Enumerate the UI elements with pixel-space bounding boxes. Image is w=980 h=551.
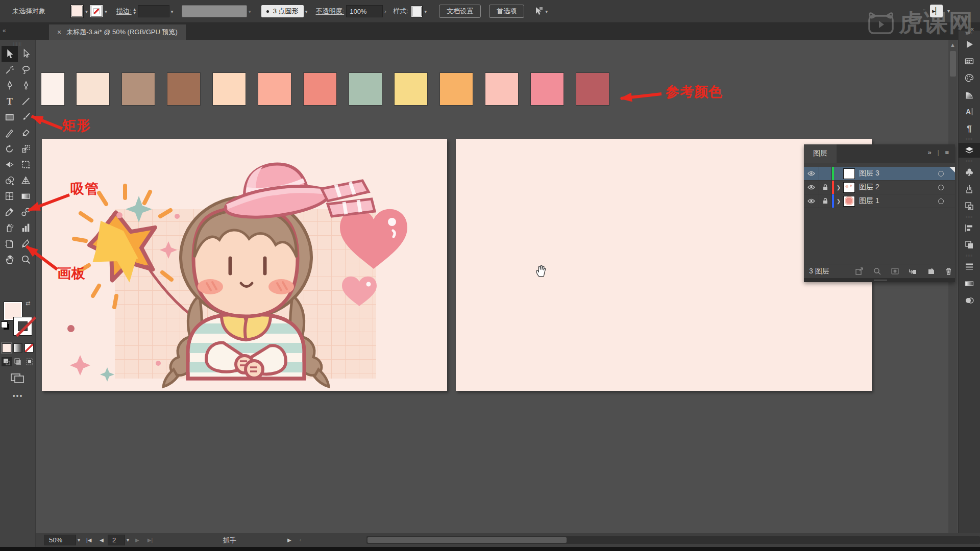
layer-lock-icon[interactable]: [819, 194, 832, 208]
stroke-color-swatch[interactable]: [90, 5, 103, 18]
scroll-up-icon[interactable]: ▲: [950, 42, 955, 48]
curvature-tool[interactable]: [18, 78, 34, 93]
free-transform-tool[interactable]: [18, 157, 34, 172]
perspective-grid-tool[interactable]: [18, 172, 34, 188]
stroke-weight-chevron-icon[interactable]: ▾: [171, 9, 174, 14]
reference-swatch-6[interactable]: [258, 72, 291, 106]
artboard-tool[interactable]: [2, 236, 18, 252]
toolbar-collapse-icon[interactable]: «: [3, 27, 6, 34]
pathfinder-panel-icon[interactable]: [959, 236, 980, 253]
opacity-field[interactable]: 100%: [346, 5, 383, 17]
layer-thumbnail[interactable]: [843, 168, 855, 179]
toolbar-grip[interactable]: ||||||: [0, 42, 35, 46]
zoom-tool[interactable]: [18, 252, 34, 267]
last-page-icon[interactable]: ▶|: [148, 537, 153, 543]
artboards-panel-panel-icon[interactable]: [959, 197, 980, 214]
reference-swatch-4[interactable]: [167, 72, 201, 106]
variable-width-profile-dropdown[interactable]: [182, 5, 247, 17]
none-button[interactable]: [24, 343, 34, 353]
paintbrush-tool[interactable]: [18, 109, 34, 125]
zoom-level-field[interactable]: 50%: [44, 535, 76, 545]
canvas-area[interactable]: [36, 40, 947, 533]
character-panel-icon[interactable]: A: [959, 103, 980, 120]
align-panel-icon[interactable]: [959, 219, 980, 236]
reference-swatch-13[interactable]: [576, 72, 609, 106]
stroke-weight-field[interactable]: [138, 5, 169, 17]
transparency-panel-icon[interactable]: [959, 292, 980, 309]
layers-panel-icon[interactable]: [959, 143, 980, 158]
blend-tool[interactable]: [18, 204, 34, 220]
layer-expand-icon[interactable]: ❯: [834, 185, 843, 190]
width-tool[interactable]: [2, 157, 18, 172]
reference-swatch-9[interactable]: [394, 72, 428, 106]
brushes-panel-icon[interactable]: [959, 181, 980, 197]
page-number-field[interactable]: 2: [108, 535, 125, 545]
fill-color-swatch[interactable]: [70, 5, 84, 18]
eyedropper-tool[interactable]: [2, 204, 18, 220]
scale-tool[interactable]: [18, 141, 34, 157]
layer-target-icon[interactable]: [938, 171, 944, 177]
document-tab[interactable]: × 未标题-3.ai* @ 50% (RGB/GPU 预览): [49, 24, 186, 40]
stroke-stepper[interactable]: ▲▼: [133, 8, 137, 15]
column-graph-tool[interactable]: [18, 220, 34, 236]
draw-normal-mode[interactable]: [2, 357, 12, 366]
layer-name[interactable]: 图层 1: [859, 196, 938, 206]
layer-name[interactable]: 图层 3: [859, 169, 938, 178]
paragraph-panel-icon[interactable]: ¶: [959, 120, 980, 137]
prev-page-icon[interactable]: ◀: [100, 537, 104, 543]
style-swatch[interactable]: [411, 6, 423, 17]
reference-swatch-1[interactable]: [41, 72, 65, 106]
brush-preset-button[interactable]: 3 点圆形: [261, 5, 304, 17]
panel-collapse-icon[interactable]: »: [928, 148, 934, 156]
reference-swatch-5[interactable]: [212, 72, 246, 106]
layer-lock-icon[interactable]: [819, 181, 832, 194]
panel-menu-icon[interactable]: ≡: [945, 148, 951, 156]
zoom-chevron-icon[interactable]: ▾: [78, 537, 80, 543]
reference-swatch-12[interactable]: [530, 72, 564, 106]
first-page-icon[interactable]: |◀: [86, 537, 91, 543]
selection-tool[interactable]: [2, 46, 18, 62]
reference-swatch-11[interactable]: [485, 72, 519, 106]
delete-layer-icon[interactable]: [942, 267, 955, 275]
mesh-tool[interactable]: [2, 188, 18, 204]
color-button[interactable]: [2, 343, 11, 353]
magic-wand-tool[interactable]: [2, 62, 18, 78]
layer-target-icon[interactable]: [938, 198, 944, 204]
layer-thumbnail[interactable]: [843, 182, 855, 193]
gradient-rect-panel-icon[interactable]: [959, 275, 980, 292]
layer-visibility-icon[interactable]: [804, 167, 819, 180]
color-panel-icon[interactable]: [959, 69, 980, 86]
gradient-button[interactable]: [13, 343, 22, 353]
stroke-weight-label[interactable]: 描边:: [116, 7, 132, 16]
layer-expand-icon[interactable]: ❯: [834, 198, 843, 204]
reference-swatch-10[interactable]: [439, 72, 473, 106]
default-fill-stroke-icon[interactable]: [1, 321, 8, 328]
pen-tool[interactable]: [2, 78, 18, 93]
rotate-tool[interactable]: [2, 141, 18, 157]
stroke-chevron-icon[interactable]: ▾: [105, 9, 107, 14]
style-chevron-icon[interactable]: ▾: [424, 9, 427, 14]
collect-export-icon[interactable]: [852, 267, 866, 275]
hand-tool[interactable]: [2, 252, 18, 267]
draw-inside-mode[interactable]: [24, 357, 35, 366]
shaper-tool[interactable]: [2, 125, 18, 141]
symbol-sprayer-tool[interactable]: [2, 220, 18, 236]
reference-swatch-8[interactable]: [349, 72, 382, 106]
draw-behind-mode[interactable]: [13, 357, 23, 366]
rectangle-tool[interactable]: [2, 109, 18, 125]
fill-chevron-icon[interactable]: ▾: [85, 9, 88, 14]
next-page-icon[interactable]: ▶: [135, 537, 139, 543]
new-layer-icon[interactable]: [924, 267, 937, 275]
layers-panel-tab[interactable]: 图层: [804, 144, 837, 163]
slice-tool[interactable]: [18, 236, 34, 252]
symbols-panel-icon[interactable]: [959, 164, 980, 181]
document-setup-button[interactable]: 文档设置: [439, 5, 481, 18]
more-tools-icon[interactable]: •••: [0, 392, 36, 400]
reference-swatch-3[interactable]: [121, 72, 155, 106]
type-tool[interactable]: T: [2, 93, 18, 109]
hscroll-left-icon[interactable]: ‹: [300, 537, 301, 543]
direct-selection-tool[interactable]: [18, 46, 34, 62]
shape-builder-tool[interactable]: [2, 172, 18, 188]
horizontal-scrollbar[interactable]: [366, 536, 980, 544]
lasso-tool[interactable]: [18, 62, 34, 78]
